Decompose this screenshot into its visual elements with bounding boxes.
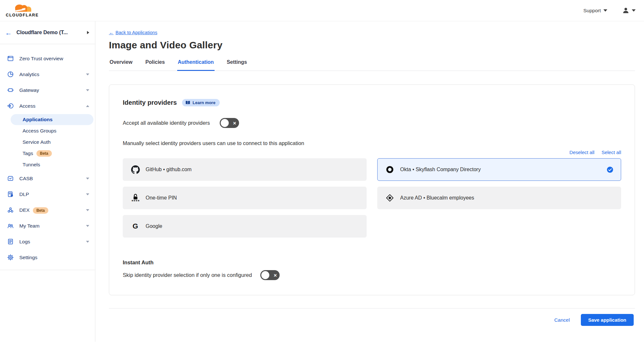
sidebar-item-settings[interactable]: Settings: [0, 249, 95, 265]
sidebar-item-tunnels[interactable]: Tunnels: [0, 159, 95, 170]
back-arrow-icon[interactable]: ←: [5, 29, 12, 36]
select-all-link[interactable]: Select all: [601, 150, 621, 155]
back-to-applications-link[interactable]: ← Back to Applications: [109, 30, 157, 35]
manual-select-label: Manually select identity providers users…: [123, 140, 621, 146]
svg-text:****: ****: [131, 199, 139, 203]
accept-all-toggle[interactable]: ✕: [220, 118, 239, 128]
save-application-button[interactable]: Save application: [581, 314, 634, 326]
chevron-down-icon: [86, 209, 89, 211]
identity-providers-heading: Identity providers: [123, 99, 177, 106]
chevron-down-icon: [86, 241, 89, 243]
sidebar-item-label: Analytics: [19, 72, 81, 77]
cloudflare-logo[interactable]: CLOUDFLARE: [5, 4, 39, 17]
tab-authentication[interactable]: Authentication: [177, 59, 215, 71]
main-content: ← Back to Applications Image and Video G…: [95, 21, 644, 342]
sidebar-item-label: Tags: [23, 151, 33, 156]
chevron-down-icon: [86, 178, 89, 180]
footer-actions: Cancel Save application: [109, 308, 635, 326]
chevron-down-icon: [86, 73, 89, 75]
tab-overview[interactable]: Overview: [109, 59, 133, 71]
access-icon: [7, 103, 14, 109]
gateway-icon: [7, 87, 14, 93]
sidebar-nav: Zero Trust overview Analytics: [0, 44, 95, 270]
provider-name: Okta • Skyflash Company Directory: [400, 167, 601, 172]
instant-auth-heading: Instant Auth: [123, 259, 621, 266]
deselect-all-link[interactable]: Deselect all: [570, 150, 595, 155]
instant-auth-toggle[interactable]: ✕: [260, 270, 280, 280]
sidebar-item-label: My Team: [19, 223, 81, 229]
sidebar-item-tags[interactable]: Tags Beta: [0, 148, 95, 159]
back-arrow-icon: ←: [109, 30, 114, 35]
sidebar-item-gateway[interactable]: Gateway: [0, 82, 95, 98]
provider-card-google[interactable]: G Google: [123, 215, 367, 238]
sidebar-item-access-groups[interactable]: Access Groups: [0, 125, 95, 136]
learn-more-label: Learn more: [193, 100, 216, 105]
sidebar-item-casb[interactable]: CASB: [0, 171, 95, 186]
cloudflare-brand-text: CLOUDFLARE: [6, 13, 39, 17]
provider-name: One-time PIN: [146, 195, 359, 201]
okta-icon: [385, 165, 394, 174]
document-lock-icon: [7, 191, 14, 198]
sidebar-item-label: Gateway: [19, 87, 81, 93]
provider-card-azure-ad[interactable]: Azure AD • Bluecalm employees: [377, 187, 621, 209]
provider-card-okta[interactable]: Okta • Skyflash Company Directory: [377, 158, 621, 181]
provider-card-github[interactable]: GitHub • github.com: [123, 158, 367, 181]
sidebar-item-zero-trust-overview[interactable]: Zero Trust overview: [0, 51, 95, 66]
chevron-up-icon: [86, 105, 89, 107]
user-menu[interactable]: [622, 7, 636, 14]
page-title: Image and Video Gallery: [109, 40, 635, 51]
toggle-knob: [261, 271, 269, 279]
toggle-off-icon: ✕: [233, 121, 236, 125]
sidebar-item-label: Zero Trust overview: [19, 56, 89, 62]
team-icon: [7, 222, 14, 229]
sidebar-item-label: Logs: [19, 239, 81, 245]
provider-name: Google: [146, 223, 359, 229]
beta-badge: Beta: [33, 207, 48, 214]
cancel-button[interactable]: Cancel: [554, 317, 570, 323]
toggle-off-icon: ✕: [274, 273, 277, 278]
sidebar-item-my-team[interactable]: My Team: [0, 218, 95, 234]
identity-providers-card: Identity providers Learn more Accept all…: [109, 84, 635, 295]
pie-chart-icon: [7, 71, 14, 78]
sidebar-item-access[interactable]: Access: [0, 98, 95, 114]
sidebar-item-label: DEXBeta: [19, 207, 81, 213]
chevron-down-icon: [86, 225, 89, 227]
sidebar-item-applications[interactable]: Applications: [11, 114, 93, 125]
window-icon: [7, 55, 14, 62]
support-label: Support: [583, 8, 601, 14]
provider-card-one-time-pin[interactable]: **** One-time PIN: [123, 187, 367, 209]
learn-more-button[interactable]: Learn more: [182, 99, 220, 106]
expand-right-icon[interactable]: [87, 31, 89, 34]
sidebar-item-label: Settings: [19, 255, 89, 260]
sidebar: ← Cloudflare Demo (T... Zero Trust overv…: [0, 21, 95, 342]
accept-all-label: Accept all available identity providers: [123, 120, 210, 126]
google-icon: G: [131, 222, 140, 230]
provider-name: Azure AD • Bluecalm employees: [400, 195, 613, 201]
gear-icon: [7, 254, 14, 261]
beta-badge: Beta: [36, 150, 52, 157]
sidebar-item-dex[interactable]: DEXBeta: [0, 202, 95, 218]
support-menu[interactable]: Support: [583, 8, 607, 14]
sidebar-item-analytics[interactable]: Analytics: [0, 66, 95, 82]
tab-bar: Overview Policies Authentication Setting…: [109, 59, 635, 71]
logs-icon: [7, 238, 14, 245]
chevron-down-icon: [86, 193, 89, 195]
account-name[interactable]: Cloudflare Demo (T...: [16, 30, 82, 35]
selected-check-icon: [607, 167, 613, 173]
one-time-pin-icon: ****: [131, 193, 140, 203]
github-icon: [131, 165, 140, 174]
cloudflare-cloud-icon: [12, 4, 32, 13]
sidebar-item-label: Access: [19, 103, 81, 109]
sidebar-item-logs[interactable]: Logs: [0, 234, 95, 249]
instant-auth-label: Skip identity provider selection if only…: [123, 272, 252, 278]
toggle-knob: [221, 119, 229, 127]
tab-policies[interactable]: Policies: [145, 59, 165, 71]
sidebar-item-label: DLP: [19, 191, 81, 197]
tab-settings[interactable]: Settings: [226, 59, 248, 71]
back-link-label: Back to Applications: [116, 30, 158, 35]
sidebar-item-service-auth[interactable]: Service Auth: [0, 137, 95, 148]
sidebar-divider: [0, 270, 95, 270]
book-icon: [185, 101, 190, 105]
sidebar-item-dlp[interactable]: DLP: [0, 186, 95, 202]
chevron-down-icon: [632, 9, 636, 12]
